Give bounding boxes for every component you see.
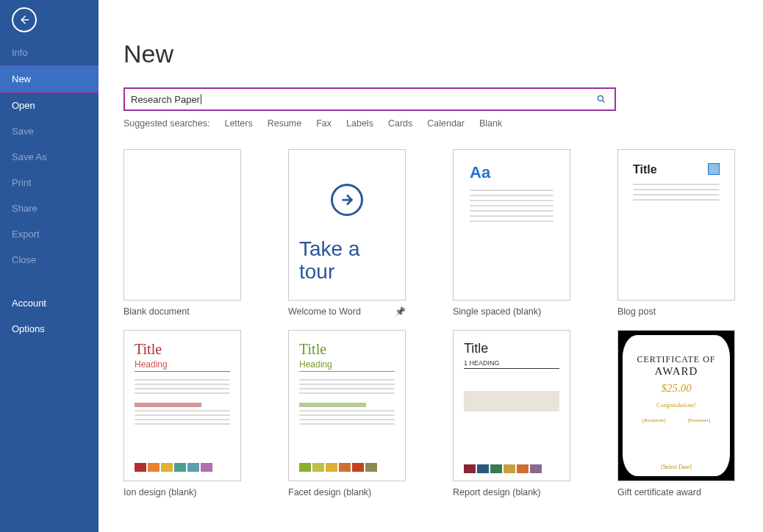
template-thumb[interactable]: TitleHeading — [123, 330, 241, 481]
aa-icon: Aa — [470, 163, 554, 182]
suggested-label: Suggested searches: — [123, 118, 209, 129]
template-label: Blog post — [617, 306, 656, 317]
svg-point-0 — [598, 96, 603, 101]
suggested-search-resume[interactable]: Resume — [268, 118, 302, 129]
template-label: Gift certificate award — [617, 487, 701, 497]
template-card[interactable]: TitleHeadingIon design (blank) — [123, 330, 241, 497]
suggested-search-calendar[interactable]: Calendar — [427, 118, 465, 129]
design-title: Title — [299, 341, 395, 358]
template-search[interactable]: Research Paper — [123, 87, 616, 111]
suggested-search-cards[interactable]: Cards — [388, 118, 412, 129]
template-card[interactable]: TitleHeadingFacet design (blank) — [288, 330, 406, 497]
suggested-search-blank[interactable]: Blank — [479, 118, 502, 129]
design-heading: 1 Heading — [464, 359, 559, 367]
sidebar-item-account[interactable]: Account — [0, 290, 98, 316]
design-title: Title — [464, 341, 559, 356]
template-label: Welcome to Word — [288, 306, 361, 317]
template-card[interactable]: TitleBlog post — [617, 149, 735, 317]
sidebar-item-share[interactable]: Share — [0, 195, 98, 221]
suggested-search-labels[interactable]: Labels — [346, 118, 373, 129]
blog-badge-icon — [708, 163, 720, 175]
sidebar-item-save[interactable]: Save — [0, 118, 98, 144]
template-card[interactable]: Take atourWelcome to Word📌 — [288, 149, 406, 317]
tour-arrow-icon — [331, 184, 363, 216]
blog-title-text: Title — [633, 163, 657, 176]
page-title: New — [123, 40, 763, 68]
search-button[interactable] — [588, 94, 615, 104]
template-thumb[interactable] — [123, 149, 241, 301]
back-button[interactable] — [12, 7, 37, 32]
color-swatches — [135, 463, 230, 472]
template-label: Single spaced (blank) — [453, 306, 541, 317]
text-caret — [201, 94, 201, 104]
arrow-left-icon — [18, 13, 31, 26]
template-card[interactable]: Blank document — [123, 149, 241, 317]
sidebar-item-close[interactable]: Close — [0, 247, 98, 273]
sidebar-item-new[interactable]: New — [0, 65, 98, 93]
suggested-search-letters[interactable]: Letters — [224, 118, 252, 129]
template-label: Facet design (blank) — [288, 487, 371, 497]
suggested-searches-row: Suggested searches: LettersResumeFaxLabe… — [123, 118, 616, 129]
color-swatches — [464, 464, 559, 473]
design-heading: Heading — [135, 359, 230, 370]
sidebar-item-info[interactable]: Info — [0, 40, 98, 65]
suggested-search-fax[interactable]: Fax — [316, 118, 332, 129]
pin-icon[interactable]: 📌 — [395, 306, 406, 317]
template-thumb[interactable]: CERTIFICATE OFAWARD$25.00Congratulations… — [617, 330, 735, 481]
template-label: Report design (blank) — [453, 487, 541, 497]
template-label: Ion design (blank) — [123, 487, 196, 497]
template-thumb[interactable]: TitleHeading — [288, 330, 406, 481]
template-label: Blank document — [123, 306, 190, 317]
backstage-sidebar: InfoNewOpenSaveSave AsPrintShareExportCl… — [0, 0, 98, 532]
template-thumb[interactable]: Aa — [453, 149, 570, 301]
main-panel: New Research Paper Suggested searches: L… — [98, 0, 763, 532]
sidebar-item-save-as[interactable]: Save As — [0, 144, 98, 170]
search-input[interactable]: Research Paper — [131, 94, 200, 105]
template-thumb[interactable]: Title — [617, 149, 735, 301]
tour-text: Take atour — [299, 238, 360, 284]
template-grid: Blank documentTake atourWelcome to Word📌… — [123, 149, 763, 497]
template-card[interactable]: Title1 HeadingReport design (blank) — [453, 330, 570, 497]
color-swatches — [299, 463, 395, 472]
design-heading: Heading — [299, 359, 395, 370]
sidebar-item-open[interactable]: Open — [0, 93, 98, 118]
sidebar-item-print[interactable]: Print — [0, 170, 98, 195]
search-icon — [596, 94, 606, 104]
sidebar-item-export[interactable]: Export — [0, 221, 98, 247]
template-thumb[interactable]: Take atour — [288, 149, 406, 301]
template-card[interactable]: AaSingle spaced (blank) — [453, 149, 570, 317]
certificate-preview: CERTIFICATE OFAWARD$25.00Congratulations… — [623, 335, 730, 476]
design-title: Title — [135, 341, 230, 358]
template-card[interactable]: CERTIFICATE OFAWARD$25.00Congratulations… — [617, 330, 735, 497]
sidebar-item-options[interactable]: Options — [0, 316, 98, 342]
template-thumb[interactable]: Title1 Heading — [453, 330, 570, 481]
